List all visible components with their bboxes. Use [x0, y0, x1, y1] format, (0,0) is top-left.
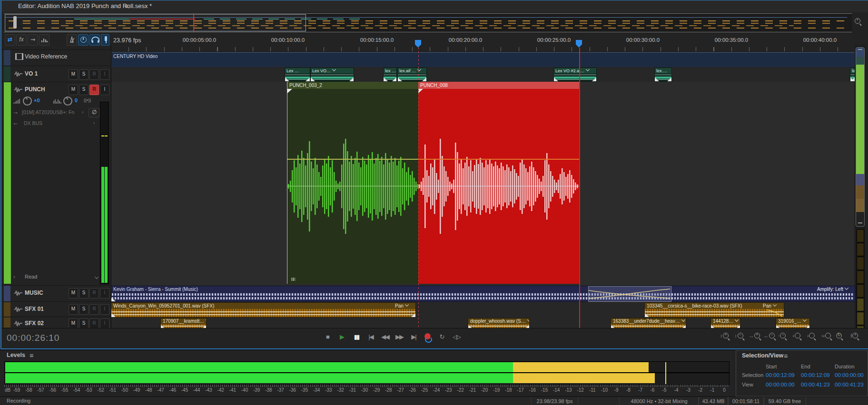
punch-track-color-tab[interactable] [4, 82, 11, 284]
video-clip[interactable]: CENTURY HD Video [111, 52, 855, 67]
skip-to-end-button[interactable]: ▶| [407, 332, 420, 342]
track-s-button[interactable]: S [79, 288, 89, 299]
volume-envelope-line[interactable] [418, 159, 579, 160]
panel-menu-icon[interactable]: ≡ [125, 2, 128, 10]
fade-in-handle[interactable] [384, 77, 388, 81]
fade-in-handle[interactable] [311, 77, 315, 81]
sfx-clip-winds[interactable]: Winds_Canyon_Win_05952701_001.wav (SFX) … [111, 302, 416, 318]
output-selector[interactable]: DX BUS [24, 120, 42, 126]
auto-punch-clock-icon[interactable] [78, 34, 89, 46]
sfx2-track-color-tab[interactable] [4, 318, 10, 328]
loop-playback-button[interactable]: ↻ [436, 332, 448, 342]
zoom-to-full-icon[interactable]: I+ [851, 333, 858, 341]
fade-out-handle[interactable] [392, 77, 396, 81]
current-time-display[interactable]: 00:00:26:10 [7, 333, 59, 343]
sfx-clip[interactable]: doppler_whoosh.wav (S… [468, 318, 530, 328]
music-track-color-tab[interactable] [4, 286, 10, 301]
selection-view-menu-icon[interactable]: ≡ [784, 352, 788, 360]
pan-value[interactable]: 0 [75, 97, 78, 103]
sfx-clip[interactable]: 319016_… [776, 318, 810, 328]
levels-panel-menu-icon[interactable]: ≡ [30, 352, 33, 359]
pan-envelope-label[interactable]: Pan [763, 303, 776, 309]
track-i-button[interactable]: I [100, 318, 109, 329]
fade-out-handle[interactable] [411, 313, 415, 317]
sfx-clip[interactable]: 163383__under7dude__heav… [611, 318, 686, 328]
vo1-track-color-tab[interactable] [4, 67, 10, 82]
fade-out-handle[interactable] [592, 77, 596, 81]
zoom-in-horizontal-icon[interactable]: ↔+ [749, 333, 760, 341]
track-m-button[interactable]: M [69, 69, 78, 80]
fade-out-handle[interactable] [667, 77, 671, 81]
volume-envelope-line[interactable] [287, 159, 419, 160]
master-level-meter[interactable] [4, 361, 730, 385]
video-track-name[interactable]: Video Reference [25, 53, 67, 60]
zoom-to-selection-icon[interactable]: ‹› [822, 333, 831, 341]
fade-in-handle[interactable] [554, 77, 558, 81]
fade-in-handle[interactable] [655, 77, 659, 81]
rewind-button[interactable]: ◀◀ [379, 332, 391, 342]
vo-clip[interactable]: le… [850, 68, 855, 82]
zoom-in-at-in-point-icon[interactable]: ‹ [793, 333, 800, 341]
vo-clip[interactable]: lex … [383, 68, 397, 82]
vertical-scrollbar[interactable] [855, 46, 865, 348]
vo1-track-name[interactable]: VO 1 [25, 70, 38, 77]
metering-icon[interactable] [39, 34, 49, 46]
track-r-button[interactable]: R [89, 288, 99, 299]
input-monitor-headphones-icon[interactable] [89, 34, 100, 46]
punch-clip-previous-take[interactable]: PUNCH_003_2 [287, 82, 419, 284]
selview-selection-end[interactable]: 00:00:12:09 [801, 372, 830, 378]
fade-in-handle[interactable] [111, 298, 116, 301]
track-r-button[interactable]: R [89, 69, 99, 80]
monitor-off-button[interactable]: ∅ [89, 108, 100, 117]
pan-envelope-label[interactable]: Pan [395, 303, 408, 309]
track-s-button[interactable]: S [79, 304, 89, 315]
selview-selection-start[interactable]: 00:00:12:09 [766, 372, 795, 378]
fade-in-handle[interactable] [398, 77, 402, 81]
punch-track-name[interactable]: PUNCH [25, 86, 45, 93]
zoom-in-vertical-icon[interactable]: ↕+ [720, 333, 729, 341]
sfx-clip-bike-race[interactable]: 103345__corsica-s__bike-race-03.wav (SFX… [644, 302, 784, 318]
video-track-color-tab[interactable] [4, 50, 10, 66]
fast-forward-button[interactable]: ▶▶ [393, 332, 405, 342]
vo-clip[interactable]: Lex VO #2.ai… [553, 68, 597, 82]
input-monitor-icon[interactable]: ((•)) [84, 98, 91, 103]
clip-gain-icon[interactable] [291, 278, 296, 281]
sfx1-track-color-tab[interactable] [4, 302, 10, 317]
effects-rack-icon[interactable]: fx [16, 34, 27, 46]
amplify-label[interactable]: Amplify: Left [817, 287, 848, 292]
sfx-clip[interactable]: 170907__kramstt… [160, 318, 207, 328]
volume-knob[interactable] [23, 96, 32, 106]
track-m-button[interactable]: M [69, 288, 78, 299]
track-i-button[interactable]: I [100, 69, 109, 80]
volume-value[interactable]: +0 [34, 97, 40, 103]
selview-selection-duration[interactable]: 00:00:00:00 [835, 372, 864, 378]
skip-selection-button[interactable]: ◁▷ [450, 332, 463, 342]
scrollbar-thumb[interactable] [856, 47, 865, 227]
fade-in-handle[interactable] [645, 313, 649, 317]
vo-clip[interactable]: lex.… [654, 68, 672, 82]
overview-view-handle[interactable] [13, 16, 17, 29]
sfx-clip[interactable]: 144128… [710, 318, 740, 328]
zoom-out-full-icon[interactable]: ·− [778, 333, 786, 341]
track-r-button[interactable]: R [89, 85, 99, 95]
stop-button[interactable]: ■ [322, 332, 334, 342]
track-s-button[interactable]: S [79, 85, 89, 95]
input-selector[interactable]: [01M] AT2020USB+: Fn [22, 109, 80, 115]
shuffle-playback-icon[interactable]: ⇄ [5, 34, 15, 46]
fade-out-handle[interactable] [422, 77, 426, 81]
music-track-name[interactable]: MUSIC [25, 289, 43, 296]
fade-in-handle[interactable] [111, 313, 116, 317]
track-i-button[interactable]: I [100, 85, 109, 95]
play-button[interactable]: ▶ [336, 332, 348, 342]
marker-pin-icon[interactable] [101, 34, 109, 46]
track-m-button[interactable]: M [69, 304, 78, 315]
track-m-button[interactable]: M [69, 318, 78, 329]
track-s-button[interactable]: S [79, 69, 89, 80]
sfx1-track-name[interactable]: SFX 01 [25, 306, 44, 312]
reset-zoom-icon[interactable]: ↻ [836, 333, 842, 341]
vo1-track-lane[interactable] [111, 67, 854, 82]
fade-out-handle[interactable] [306, 77, 310, 81]
vo-clip[interactable]: Lex … [285, 68, 310, 82]
track-m-button[interactable]: M [69, 85, 78, 95]
selview-view-start[interactable]: 00:00:00:00 [766, 382, 795, 387]
